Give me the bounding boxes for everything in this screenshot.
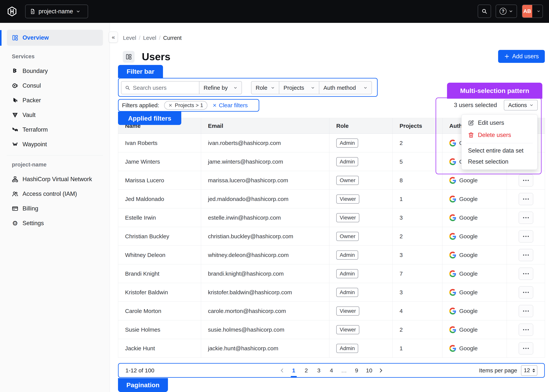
sidebar-item-vault[interactable]: Vault — [0, 108, 110, 122]
auth-method-label: Google — [459, 196, 478, 202]
auth-method-label: Google — [459, 289, 478, 296]
clear-filters-link[interactable]: Clear filters — [212, 102, 248, 109]
column-header-role[interactable]: Role — [329, 118, 393, 134]
menu-item-reset-selection[interactable]: Reset selection — [462, 156, 537, 167]
role-badge: Admin — [336, 344, 358, 353]
pagination-page-button[interactable]: 9 — [352, 367, 361, 374]
cell-auth-method: Google — [442, 171, 507, 190]
column-header-projects[interactable]: Projects — [393, 118, 442, 134]
role-badge: Admin — [336, 157, 358, 166]
annotation-box-applied-filters: Filters applied: Projects > 1 Clear filt… — [118, 99, 259, 112]
row-overflow-menu-button[interactable] — [519, 268, 533, 280]
sidebar-item-waypoint[interactable]: Waypoint — [0, 137, 110, 152]
cell-email: carole.morton@hashicorp.com — [201, 302, 329, 320]
role-badge: Admin — [336, 288, 358, 297]
cell-actions — [507, 227, 545, 246]
sidebar-item-billing[interactable]: Billing — [0, 201, 110, 216]
ellipsis-icon — [523, 217, 529, 218]
credit-card-icon — [12, 205, 18, 212]
role-filter-label: Role — [256, 84, 267, 91]
vault-icon — [12, 112, 18, 118]
chevron-right-icon — [378, 368, 384, 373]
pagination-page-button[interactable]: 4 — [327, 367, 336, 374]
help-menu-button[interactable]: ? — [496, 5, 517, 18]
actions-dropdown-button[interactable]: Actions — [504, 100, 538, 111]
ellipsis-icon — [523, 348, 529, 349]
cell-role: Viewer — [329, 302, 393, 320]
sidebar-section-project: project-name — [12, 161, 47, 168]
cell-projects: 8 — [393, 171, 442, 190]
search-users-field[interactable] — [121, 82, 199, 94]
cell-email: jame.winters@hashicorp.com — [201, 152, 329, 171]
cell-auth-method: Google — [442, 190, 507, 208]
pagination-page-button[interactable]: 1 — [290, 367, 298, 374]
row-overflow-menu-button[interactable] — [519, 249, 533, 261]
google-icon — [449, 326, 456, 333]
menu-item-edit-users[interactable]: Edit users — [462, 117, 537, 129]
auth-method-filter-dropdown[interactable]: Auth method — [319, 82, 371, 94]
pagination-prev-button[interactable] — [279, 368, 285, 373]
cell-name: Jackie Hunt — [118, 339, 201, 358]
refine-by-dropdown[interactable]: Refine by — [199, 82, 242, 94]
auth-method-filter-label: Auth method — [323, 84, 356, 91]
gear-icon: ⚙ — [12, 220, 18, 226]
items-per-page-stepper[interactable]: 12 — [521, 365, 537, 376]
filters-applied-label: Filters applied: — [122, 102, 159, 109]
row-overflow-menu-button[interactable] — [519, 212, 533, 224]
row-overflow-menu-button[interactable] — [519, 324, 533, 336]
filter-chip-projects[interactable]: Projects > 1 — [164, 101, 207, 110]
sidebar-item-hvn[interactable]: HashiCorp Virtual Network — [0, 172, 110, 187]
chevron-down-icon — [234, 86, 237, 90]
column-header-email[interactable]: Email — [201, 118, 329, 134]
stepper-carets-icon — [532, 369, 535, 372]
sidebar-item-settings[interactable]: ⚙ Settings — [0, 216, 110, 231]
cell-role: Owner — [329, 227, 393, 246]
sidebar-item-terraform[interactable]: Terraform — [0, 122, 110, 137]
sidebar-item-consul[interactable]: Consul — [0, 78, 110, 93]
sidebar-collapse-button[interactable] — [109, 32, 118, 43]
cell-email: marissa.lucero@hashicorp.com — [201, 171, 329, 190]
pagination-page-button[interactable]: 3 — [315, 367, 323, 374]
annotation-pagination: Pagination — [118, 378, 168, 392]
projects-filter-dropdown[interactable]: Projects — [279, 82, 319, 94]
dismiss-icon[interactable] — [168, 103, 172, 107]
sidebar-item-packer[interactable]: Packer — [0, 93, 110, 108]
pagination-page-button[interactable]: … — [340, 367, 348, 374]
menu-item-label: Reset selection — [468, 158, 508, 165]
sidebar-item-label: Overview — [22, 34, 49, 41]
breadcrumb-level-2[interactable]: Level — [143, 35, 156, 41]
pagination-page-button[interactable]: 10 — [365, 367, 373, 374]
sidebar-item-boundary[interactable]: Boundary — [0, 64, 110, 78]
sidebar-item-overview[interactable]: Overview — [7, 30, 103, 46]
row-overflow-menu-button[interactable] — [519, 174, 533, 187]
menu-item-delete-users[interactable]: Delete users — [462, 129, 537, 141]
row-overflow-menu-button[interactable] — [519, 230, 533, 243]
add-users-button[interactable]: Add users — [498, 50, 545, 63]
role-badge: Owner — [336, 176, 359, 185]
auth-method-label: Google — [459, 177, 478, 184]
sidebar-item-label: Access control (IAM) — [22, 190, 77, 197]
global-search-button[interactable] — [478, 5, 491, 18]
sidebar-item-label: Consul — [22, 82, 41, 89]
search-input[interactable] — [133, 84, 190, 91]
sidebar-item-access-control[interactable]: Access control (IAM) — [0, 187, 110, 201]
pagination-next-button[interactable] — [378, 368, 384, 373]
boundary-icon — [12, 68, 18, 74]
sidebar-item-label: Settings — [22, 220, 44, 227]
pagination-page-button[interactable]: 2 — [302, 367, 311, 374]
row-overflow-menu-button[interactable] — [519, 342, 533, 355]
cell-auth-method: Google — [442, 208, 507, 227]
project-switcher-label: project-name — [38, 8, 73, 15]
cell-name: Estelle Irwin — [118, 208, 201, 227]
table-row: Christian Buckley christian.buckley@hash… — [118, 227, 545, 246]
role-filter-dropdown[interactable]: Role — [251, 82, 279, 94]
annotation-box-pagination: 1-12 of 100 1234…910 Items per page 12 — [118, 363, 545, 378]
row-overflow-menu-button[interactable] — [519, 193, 533, 205]
project-switcher-button[interactable]: project-name — [25, 5, 88, 18]
dashboard-grid-icon — [12, 35, 18, 41]
row-overflow-menu-button[interactable] — [519, 305, 533, 317]
row-overflow-menu-button[interactable] — [519, 286, 533, 299]
breadcrumb-level-1[interactable]: Level — [123, 35, 136, 41]
account-menu-button[interactable]: AB — [522, 5, 543, 18]
menu-item-select-entire-data-set[interactable]: Select entire data set — [462, 145, 537, 156]
